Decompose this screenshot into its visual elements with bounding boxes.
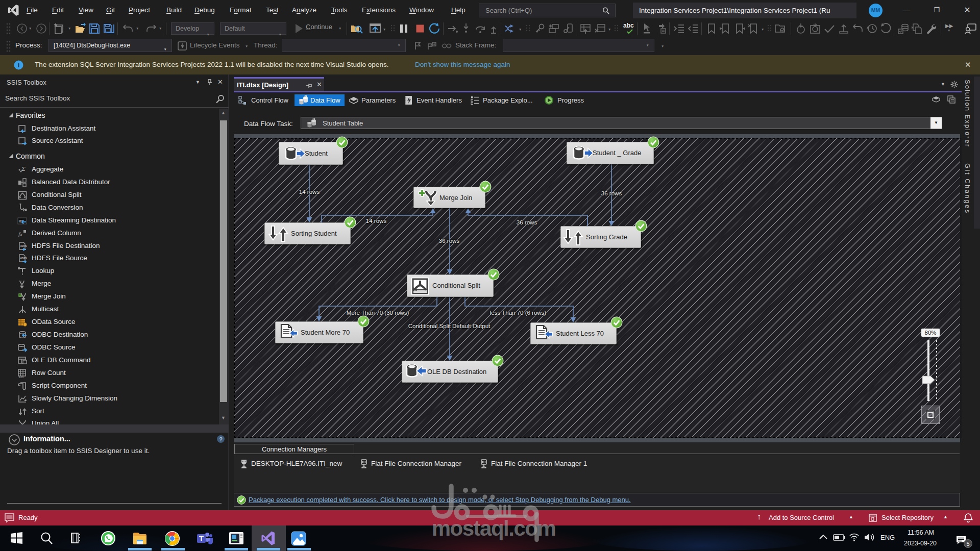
svg-text:HDFS: HDFS [20,244,27,247]
svg-text:HDFS: HDFS [20,257,27,260]
svg-text:?: ? [219,436,223,442]
svg-text:fx: fx [18,231,22,237]
svg-text:123: 123 [19,375,23,379]
svg-text:i: i [18,61,20,69]
svg-text:↓↓: ↓↓ [19,280,22,283]
